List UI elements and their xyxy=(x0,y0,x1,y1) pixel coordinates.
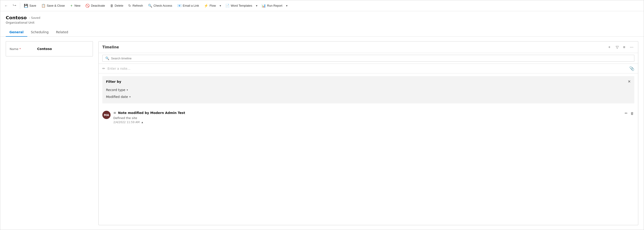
page-title: Contoso xyxy=(6,15,27,20)
tab-scheduling[interactable]: Scheduling xyxy=(27,28,52,37)
delete-icon: 🗑 xyxy=(110,4,114,8)
filter-title: Filter by xyxy=(106,80,121,84)
flow-button[interactable]: ⚡ Flow xyxy=(202,2,218,9)
timeline-panel: Timeline ＋ ▽ ≡ ⋯ 🔍 ✏ Enter a note... xyxy=(98,41,638,225)
form-panel: Name * Contoso xyxy=(6,41,93,225)
timeline-header: Timeline ＋ ▽ ≡ ⋯ xyxy=(99,42,638,53)
share-icon: ⮡ xyxy=(13,4,16,8)
expand-timeline-item-button[interactable]: ▲ xyxy=(141,121,144,124)
name-field-label: Name * xyxy=(10,47,37,51)
filter-modified-date-label: Modified date xyxy=(106,95,128,98)
back-icon: ← xyxy=(4,4,8,8)
word-templates-btn-group: 📄 Word Templates ▼ xyxy=(223,2,259,9)
timeline-filter-button[interactable]: ▽ xyxy=(615,44,620,50)
note-input-row: ✏ Enter a note... 📎 xyxy=(99,64,638,74)
tabs-bar: General Scheduling Related xyxy=(0,28,644,37)
deactivate-button[interactable]: 🚫 Deactivate xyxy=(83,2,107,9)
save-close-icon: 📋 xyxy=(41,4,46,8)
flow-chevron-button[interactable]: ▼ xyxy=(218,3,222,8)
timeline-actions: ＋ ▽ ≡ ⋯ xyxy=(606,44,634,50)
save-close-button[interactable]: 📋 Save & Close xyxy=(39,2,67,9)
filter-modified-date[interactable]: Modified date ▾ xyxy=(106,93,631,100)
timeline-item-actions: ✏ 🗑 xyxy=(624,111,634,116)
timeline-items-list: MA ≡ Note modified by Modern Admin Test … xyxy=(99,106,638,225)
filter-panel: Filter by ✕ Record type ▾ Modified date … xyxy=(102,76,634,104)
saved-badge: - Saved xyxy=(29,16,40,20)
page-subtitle: Organizational Unit xyxy=(6,21,638,24)
avatar: MA xyxy=(102,111,110,119)
filter-close-button[interactable]: ✕ xyxy=(628,79,631,84)
name-field-row: Name * Contoso xyxy=(10,45,89,52)
email-link-button[interactable]: 📧 Email a Link xyxy=(175,2,202,9)
save-icon: 💾 xyxy=(24,4,28,8)
note-placeholder[interactable]: Enter a note... xyxy=(108,67,627,70)
timeline-add-button[interactable]: ＋ xyxy=(606,44,612,50)
pencil-icon: ✏ xyxy=(102,66,105,71)
name-field-value[interactable]: Contoso xyxy=(37,47,52,51)
note-icon: ≡ xyxy=(113,111,116,115)
toolbar-divider-1 xyxy=(20,2,20,9)
delete-note-button[interactable]: 🗑 xyxy=(630,111,634,116)
run-report-icon: 📊 xyxy=(262,4,266,8)
deactivate-icon: 🚫 xyxy=(85,4,90,8)
check-access-icon: 🔍 xyxy=(148,4,152,8)
word-templates-icon: 📄 xyxy=(225,4,230,8)
flow-icon: ⚡ xyxy=(204,4,208,8)
new-button[interactable]: ＋ New xyxy=(68,2,82,9)
timeline-sort-button[interactable]: ≡ xyxy=(622,45,626,50)
timeline-item-desc: Defined the site xyxy=(113,116,634,120)
flow-btn-group: ⚡ Flow ▼ xyxy=(202,2,222,9)
run-report-btn-group: 📊 Run Report ▼ xyxy=(259,2,289,9)
check-access-button[interactable]: 🔍 Check Access xyxy=(146,2,174,9)
refresh-button[interactable]: ↻ Refresh xyxy=(126,2,145,9)
refresh-icon: ↻ xyxy=(128,4,131,8)
tab-related[interactable]: Related xyxy=(52,28,72,37)
tab-general[interactable]: General xyxy=(6,28,27,37)
filter-record-type[interactable]: Record type ▾ xyxy=(106,86,631,93)
delete-button[interactable]: 🗑 Delete xyxy=(108,2,126,9)
timeline-more-button[interactable]: ⋯ xyxy=(629,44,634,50)
attach-icon[interactable]: 📎 xyxy=(629,66,634,71)
filter-record-type-chevron: ▾ xyxy=(127,88,128,92)
filter-header: Filter by ✕ xyxy=(106,79,631,84)
timeline-item-timestamp: 2/4/2022 11:59 AM ▲ xyxy=(113,120,634,124)
filter-record-type-label: Record type xyxy=(106,88,125,92)
save-button[interactable]: 💾 Save xyxy=(22,2,38,9)
required-indicator: * xyxy=(20,47,21,51)
search-box: 🔍 xyxy=(102,55,634,62)
back-button[interactable]: ← xyxy=(2,2,10,9)
word-templates-button[interactable]: 📄 Word Templates xyxy=(223,2,254,9)
search-icon: 🔍 xyxy=(105,56,109,60)
word-templates-chevron-button[interactable]: ▼ xyxy=(254,3,259,8)
edit-note-button[interactable]: ✏ xyxy=(624,111,628,116)
timeline-item-header: ≡ Note modified by Modern Admin Test ✏ 🗑 xyxy=(113,111,634,116)
timeline-item-title: Note modified by Modern Admin Test xyxy=(118,111,185,115)
timeline-item-content: ≡ Note modified by Modern Admin Test ✏ 🗑… xyxy=(113,111,634,124)
run-report-button[interactable]: 📊 Run Report xyxy=(259,2,284,9)
email-link-icon: 📧 xyxy=(177,4,182,8)
share-button[interactable]: ⮡ xyxy=(10,2,18,9)
form-section: Name * Contoso xyxy=(6,41,93,56)
new-icon: ＋ xyxy=(70,4,73,8)
run-report-chevron-button[interactable]: ▼ xyxy=(285,3,289,8)
main-content: Name * Contoso Timeline ＋ ▽ ≡ ⋯ xyxy=(0,37,644,230)
page-header: Contoso - Saved Organizational Unit xyxy=(0,11,644,26)
toolbar: ← ⮡ 💾 Save 📋 Save & Close ＋ New 🚫 Deacti… xyxy=(0,0,644,11)
timeline-title: Timeline xyxy=(102,45,606,49)
timeline-item-title-row: ≡ Note modified by Modern Admin Test xyxy=(113,111,185,115)
timeline-search-input[interactable] xyxy=(111,57,632,60)
app-container: ← ⮡ 💾 Save 📋 Save & Close ＋ New 🚫 Deacti… xyxy=(0,0,644,230)
timeline-search-section: 🔍 xyxy=(99,53,638,64)
filter-modified-date-chevron: ▾ xyxy=(130,96,131,98)
timeline-item: MA ≡ Note modified by Modern Admin Test … xyxy=(102,109,634,126)
